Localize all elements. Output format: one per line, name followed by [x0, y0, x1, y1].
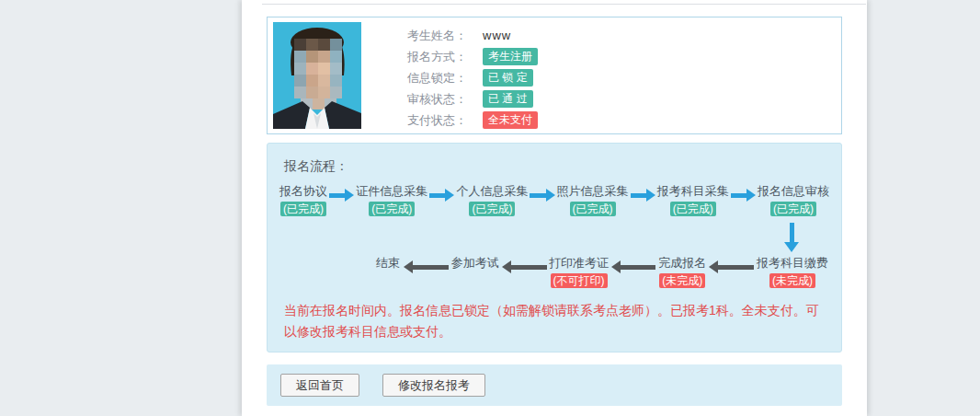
payment-status-badge: 全未支付 [483, 111, 538, 129]
candidate-info-panel: 考生姓名： www 报名方式： 考生注册 信息锁定： 已 锁 定 审核状态： 已… [267, 17, 842, 134]
arrow-right-icon [329, 188, 354, 202]
flow-step-info-review: 报名信息审核 (已完成) [758, 184, 829, 216]
reg-method-label: 报名方式： [407, 49, 472, 65]
lock-status-label: 信息锁定： [407, 70, 472, 87]
arrow-right-icon [530, 188, 554, 202]
candidate-photo [273, 22, 361, 129]
status-badge: (未完成) [769, 273, 815, 288]
status-badge: (已完成) [570, 202, 616, 216]
info-row-name: 考生姓名： www [407, 25, 832, 46]
flow-step-photo-info: 照片信息采集 (已完成) [557, 184, 629, 216]
arrow-right-icon [429, 188, 454, 202]
registration-flow-panel: 报名流程： 报名协议 (已完成) 证件信息采集 (已完成) 个人信息采集 (已完… [267, 143, 842, 352]
flow-title: 报名流程： [284, 158, 348, 175]
top-divider [262, 4, 866, 5]
status-badge: (未完成) [659, 273, 705, 288]
action-bar: 返回首页 修改报名报考 [267, 364, 842, 406]
flow-step-end: 结束 [374, 256, 402, 271]
status-badge: (已完成) [670, 202, 716, 216]
status-badge: (已完成) [280, 202, 326, 216]
name-value: www [483, 29, 511, 42]
info-row-review-status: 审核状态： 已 通 过 [407, 88, 832, 110]
status-badge: (已完成) [369, 202, 415, 216]
arrow-left-icon [404, 260, 449, 274]
arrow-left-icon [709, 260, 754, 274]
review-status-badge: 已 通 过 [483, 90, 533, 108]
back-home-button[interactable]: 返回首页 [280, 374, 359, 397]
arrow-right-icon [631, 188, 655, 202]
flow-step-subject-collect: 报考科目采集 (已完成) [657, 184, 729, 216]
status-badge: (已完成) [469, 202, 515, 216]
flow-step-agreement: 报名协议 (已完成) [279, 184, 327, 216]
reg-method-badge: 考生注册 [483, 48, 538, 65]
info-row-lock-status: 信息锁定： 已 锁 定 [407, 67, 832, 88]
payment-status-label: 支付状态： [407, 112, 472, 129]
flow-row-2: 结束 参加考试 打印准考证 (不可打印) 完成报名 (未完成) 报考科目缴费 (… [374, 256, 829, 288]
info-row-reg-method: 报名方式： 考生注册 [407, 46, 832, 67]
status-badge: (已完成) [770, 202, 816, 216]
flow-step-id-info: 证件信息采集 (已完成) [356, 184, 427, 216]
modify-registration-button[interactable]: 修改报名报考 [382, 374, 485, 397]
arrow-left-icon [611, 260, 656, 274]
info-row-payment-status: 支付状态： 全未支付 [407, 110, 832, 131]
arrow-left-icon [502, 260, 547, 274]
main-content-column: 考生姓名： www 报名方式： 考生注册 信息锁定： 已 锁 定 审核状态： 已… [242, 0, 867, 416]
flow-step-personal-info: 个人信息采集 (已完成) [456, 184, 528, 216]
candidate-info-rows: 考生姓名： www 报名方式： 考生注册 信息锁定： 已 锁 定 审核状态： 已… [407, 25, 832, 131]
status-badge: (不可打印) [551, 273, 608, 288]
lock-status-badge: 已 锁 定 [483, 69, 533, 87]
status-message: 当前在报名时间内。报名信息已锁定（如需解锁请联系考点老师）。已报考1科。全未支付… [284, 300, 826, 342]
arrow-right-icon [731, 188, 756, 202]
flow-step-subject-payment: 报考科目缴费 (未完成) [756, 256, 829, 288]
arrow-down-icon [784, 223, 799, 252]
review-status-label: 审核状态： [407, 91, 472, 108]
name-label: 考生姓名： [407, 28, 472, 44]
flow-step-print-ticket: 打印准考证 (不可打印) [549, 256, 610, 288]
flow-row-1: 报名协议 (已完成) 证件信息采集 (已完成) 个人信息采集 (已完成) 照片信… [279, 184, 829, 216]
flow-step-complete-reg: 完成报名 (未完成) [657, 256, 707, 288]
flow-step-take-exam: 参加考试 [450, 256, 500, 271]
